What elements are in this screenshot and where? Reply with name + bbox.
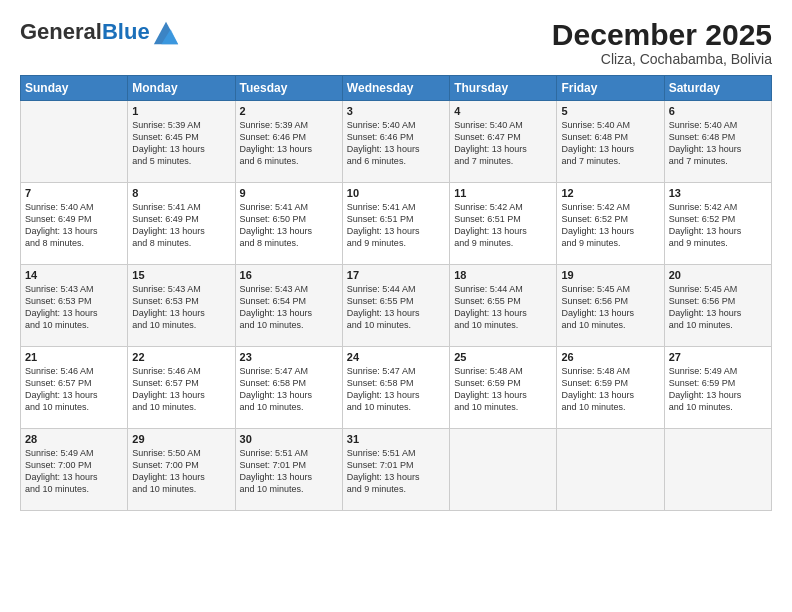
calendar-cell: 21Sunrise: 5:46 AM Sunset: 6:57 PM Dayli… xyxy=(21,347,128,429)
calendar-week-5: 28Sunrise: 5:49 AM Sunset: 7:00 PM Dayli… xyxy=(21,429,772,511)
calendar-cell: 3Sunrise: 5:40 AM Sunset: 6:46 PM Daylig… xyxy=(342,101,449,183)
calendar-cell: 5Sunrise: 5:40 AM Sunset: 6:48 PM Daylig… xyxy=(557,101,664,183)
cell-content: Sunrise: 5:39 AM Sunset: 6:46 PM Dayligh… xyxy=(240,119,338,168)
day-number: 17 xyxy=(347,269,445,281)
cell-content: Sunrise: 5:42 AM Sunset: 6:52 PM Dayligh… xyxy=(669,201,767,250)
day-number: 12 xyxy=(561,187,659,199)
day-number: 19 xyxy=(561,269,659,281)
cell-content: Sunrise: 5:47 AM Sunset: 6:58 PM Dayligh… xyxy=(347,365,445,414)
calendar-cell: 28Sunrise: 5:49 AM Sunset: 7:00 PM Dayli… xyxy=(21,429,128,511)
day-number: 5 xyxy=(561,105,659,117)
day-number: 21 xyxy=(25,351,123,363)
cell-content: Sunrise: 5:48 AM Sunset: 6:59 PM Dayligh… xyxy=(454,365,552,414)
header-day-thursday: Thursday xyxy=(450,76,557,101)
calendar-cell: 2Sunrise: 5:39 AM Sunset: 6:46 PM Daylig… xyxy=(235,101,342,183)
header-day-friday: Friday xyxy=(557,76,664,101)
day-number: 28 xyxy=(25,433,123,445)
calendar-week-4: 21Sunrise: 5:46 AM Sunset: 6:57 PM Dayli… xyxy=(21,347,772,429)
calendar-cell: 8Sunrise: 5:41 AM Sunset: 6:49 PM Daylig… xyxy=(128,183,235,265)
logo-general: General xyxy=(20,19,102,44)
cell-content: Sunrise: 5:44 AM Sunset: 6:55 PM Dayligh… xyxy=(454,283,552,332)
cell-content: Sunrise: 5:42 AM Sunset: 6:51 PM Dayligh… xyxy=(454,201,552,250)
calendar-cell: 16Sunrise: 5:43 AM Sunset: 6:54 PM Dayli… xyxy=(235,265,342,347)
calendar-cell: 15Sunrise: 5:43 AM Sunset: 6:53 PM Dayli… xyxy=(128,265,235,347)
calendar-week-3: 14Sunrise: 5:43 AM Sunset: 6:53 PM Dayli… xyxy=(21,265,772,347)
cell-content: Sunrise: 5:51 AM Sunset: 7:01 PM Dayligh… xyxy=(347,447,445,496)
cell-content: Sunrise: 5:45 AM Sunset: 6:56 PM Dayligh… xyxy=(561,283,659,332)
cell-content: Sunrise: 5:40 AM Sunset: 6:48 PM Dayligh… xyxy=(669,119,767,168)
day-number: 20 xyxy=(669,269,767,281)
day-number: 9 xyxy=(240,187,338,199)
header-day-saturday: Saturday xyxy=(664,76,771,101)
day-number: 24 xyxy=(347,351,445,363)
calendar-week-2: 7Sunrise: 5:40 AM Sunset: 6:49 PM Daylig… xyxy=(21,183,772,265)
calendar-cell: 4Sunrise: 5:40 AM Sunset: 6:47 PM Daylig… xyxy=(450,101,557,183)
calendar-cell xyxy=(21,101,128,183)
cell-content: Sunrise: 5:46 AM Sunset: 6:57 PM Dayligh… xyxy=(25,365,123,414)
calendar-week-1: 1Sunrise: 5:39 AM Sunset: 6:45 PM Daylig… xyxy=(21,101,772,183)
calendar-cell: 23Sunrise: 5:47 AM Sunset: 6:58 PM Dayli… xyxy=(235,347,342,429)
calendar-cell xyxy=(557,429,664,511)
calendar-cell: 20Sunrise: 5:45 AM Sunset: 6:56 PM Dayli… xyxy=(664,265,771,347)
logo: GeneralBlue xyxy=(20,18,180,46)
calendar-body: 1Sunrise: 5:39 AM Sunset: 6:45 PM Daylig… xyxy=(21,101,772,511)
calendar-cell: 17Sunrise: 5:44 AM Sunset: 6:55 PM Dayli… xyxy=(342,265,449,347)
calendar-cell: 6Sunrise: 5:40 AM Sunset: 6:48 PM Daylig… xyxy=(664,101,771,183)
day-number: 13 xyxy=(669,187,767,199)
cell-content: Sunrise: 5:42 AM Sunset: 6:52 PM Dayligh… xyxy=(561,201,659,250)
calendar-cell: 7Sunrise: 5:40 AM Sunset: 6:49 PM Daylig… xyxy=(21,183,128,265)
main-container: GeneralBlue December 2025 Cliza, Cochaba… xyxy=(0,0,792,612)
header-day-monday: Monday xyxy=(128,76,235,101)
day-number: 4 xyxy=(454,105,552,117)
day-number: 25 xyxy=(454,351,552,363)
cell-content: Sunrise: 5:49 AM Sunset: 6:59 PM Dayligh… xyxy=(669,365,767,414)
day-number: 31 xyxy=(347,433,445,445)
cell-content: Sunrise: 5:48 AM Sunset: 6:59 PM Dayligh… xyxy=(561,365,659,414)
calendar-cell: 14Sunrise: 5:43 AM Sunset: 6:53 PM Dayli… xyxy=(21,265,128,347)
cell-content: Sunrise: 5:40 AM Sunset: 6:49 PM Dayligh… xyxy=(25,201,123,250)
cell-content: Sunrise: 5:47 AM Sunset: 6:58 PM Dayligh… xyxy=(240,365,338,414)
cell-content: Sunrise: 5:43 AM Sunset: 6:53 PM Dayligh… xyxy=(25,283,123,332)
logo-blue: Blue xyxy=(102,19,150,44)
calendar-cell: 31Sunrise: 5:51 AM Sunset: 7:01 PM Dayli… xyxy=(342,429,449,511)
calendar-table: SundayMondayTuesdayWednesdayThursdayFrid… xyxy=(20,75,772,511)
header-day-sunday: Sunday xyxy=(21,76,128,101)
calendar-cell: 26Sunrise: 5:48 AM Sunset: 6:59 PM Dayli… xyxy=(557,347,664,429)
day-number: 15 xyxy=(132,269,230,281)
calendar-cell: 10Sunrise: 5:41 AM Sunset: 6:51 PM Dayli… xyxy=(342,183,449,265)
cell-content: Sunrise: 5:43 AM Sunset: 6:54 PM Dayligh… xyxy=(240,283,338,332)
cell-content: Sunrise: 5:46 AM Sunset: 6:57 PM Dayligh… xyxy=(132,365,230,414)
day-number: 2 xyxy=(240,105,338,117)
calendar-cell: 22Sunrise: 5:46 AM Sunset: 6:57 PM Dayli… xyxy=(128,347,235,429)
header: GeneralBlue December 2025 Cliza, Cochaba… xyxy=(20,18,772,67)
day-number: 10 xyxy=(347,187,445,199)
cell-content: Sunrise: 5:39 AM Sunset: 6:45 PM Dayligh… xyxy=(132,119,230,168)
day-number: 3 xyxy=(347,105,445,117)
day-number: 6 xyxy=(669,105,767,117)
calendar-cell: 1Sunrise: 5:39 AM Sunset: 6:45 PM Daylig… xyxy=(128,101,235,183)
day-number: 16 xyxy=(240,269,338,281)
calendar-header: SundayMondayTuesdayWednesdayThursdayFrid… xyxy=(21,76,772,101)
cell-content: Sunrise: 5:41 AM Sunset: 6:51 PM Dayligh… xyxy=(347,201,445,250)
calendar-cell: 11Sunrise: 5:42 AM Sunset: 6:51 PM Dayli… xyxy=(450,183,557,265)
calendar-cell: 13Sunrise: 5:42 AM Sunset: 6:52 PM Dayli… xyxy=(664,183,771,265)
title-block: December 2025 Cliza, Cochabamba, Bolivia xyxy=(552,18,772,67)
logo-text: GeneralBlue xyxy=(20,20,150,44)
day-number: 11 xyxy=(454,187,552,199)
day-number: 29 xyxy=(132,433,230,445)
day-number: 23 xyxy=(240,351,338,363)
day-number: 26 xyxy=(561,351,659,363)
cell-content: Sunrise: 5:50 AM Sunset: 7:00 PM Dayligh… xyxy=(132,447,230,496)
calendar-cell xyxy=(664,429,771,511)
day-number: 8 xyxy=(132,187,230,199)
calendar-cell: 24Sunrise: 5:47 AM Sunset: 6:58 PM Dayli… xyxy=(342,347,449,429)
day-number: 22 xyxy=(132,351,230,363)
cell-content: Sunrise: 5:43 AM Sunset: 6:53 PM Dayligh… xyxy=(132,283,230,332)
calendar-cell: 19Sunrise: 5:45 AM Sunset: 6:56 PM Dayli… xyxy=(557,265,664,347)
cell-content: Sunrise: 5:41 AM Sunset: 6:49 PM Dayligh… xyxy=(132,201,230,250)
cell-content: Sunrise: 5:49 AM Sunset: 7:00 PM Dayligh… xyxy=(25,447,123,496)
calendar-cell: 25Sunrise: 5:48 AM Sunset: 6:59 PM Dayli… xyxy=(450,347,557,429)
calendar-cell: 12Sunrise: 5:42 AM Sunset: 6:52 PM Dayli… xyxy=(557,183,664,265)
calendar-cell: 18Sunrise: 5:44 AM Sunset: 6:55 PM Dayli… xyxy=(450,265,557,347)
day-number: 18 xyxy=(454,269,552,281)
